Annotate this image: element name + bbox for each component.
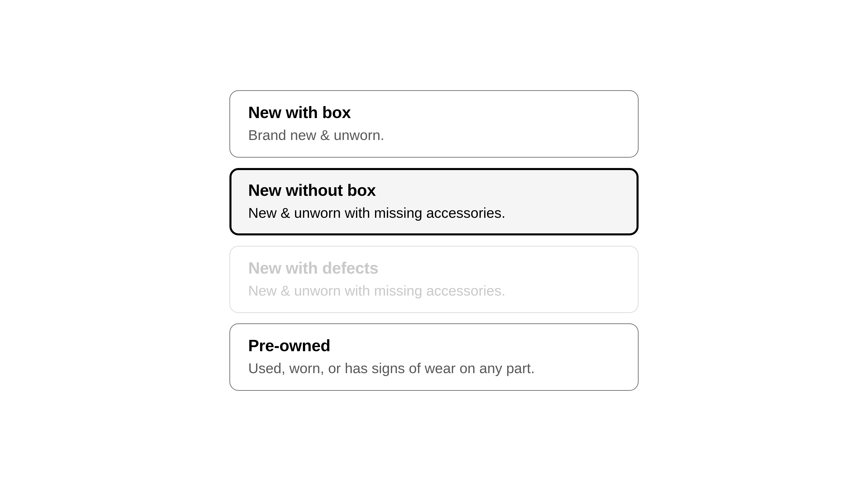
- condition-option-pre-owned[interactable]: Pre-owned Used, worn, or has signs of we…: [229, 323, 639, 391]
- condition-option-new-with-box[interactable]: New with box Brand new & unworn.: [229, 90, 639, 158]
- condition-option-new-with-defects: New with defects New & unworn with missi…: [229, 246, 639, 313]
- option-title: New with defects: [248, 259, 620, 277]
- option-description: Used, worn, or has signs of wear on any …: [248, 360, 620, 376]
- condition-option-list: New with box Brand new & unworn. New wit…: [229, 90, 639, 391]
- option-description: New & unworn with missing accessories.: [248, 282, 620, 299]
- option-title: New without box: [248, 181, 620, 199]
- option-title: New with box: [248, 103, 620, 121]
- option-description: New & unworn with missing accessories.: [248, 205, 620, 221]
- option-description: Brand new & unworn.: [248, 127, 620, 143]
- option-title: Pre-owned: [248, 337, 620, 355]
- condition-option-new-without-box[interactable]: New without box New & unworn with missin…: [229, 168, 639, 235]
